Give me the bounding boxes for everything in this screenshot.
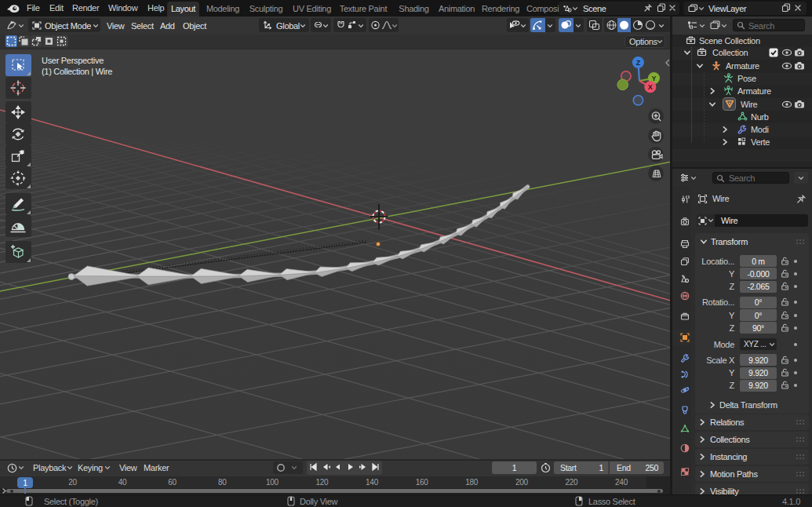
svg-text:Y: Y: [651, 75, 656, 82]
svg-text:X: X: [648, 83, 653, 91]
svg-text:Z: Z: [636, 59, 641, 67]
